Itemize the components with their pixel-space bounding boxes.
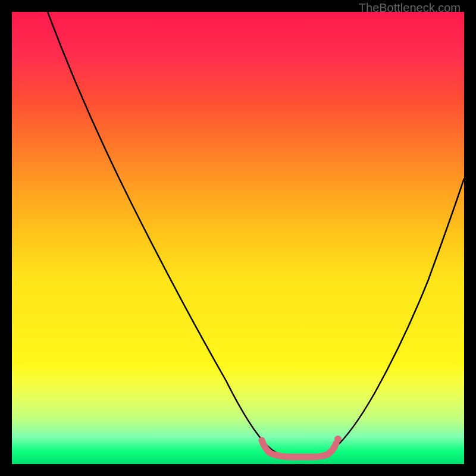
highlight-dot [334, 436, 342, 443]
chart-container: TheBottleneck.com [0, 0, 476, 476]
chart-svg [12, 12, 464, 464]
bottleneck-curve [48, 12, 464, 455]
highlight-region [262, 440, 336, 457]
watermark-text: TheBottleneck.com [359, 1, 461, 15]
plot-area [12, 12, 464, 464]
